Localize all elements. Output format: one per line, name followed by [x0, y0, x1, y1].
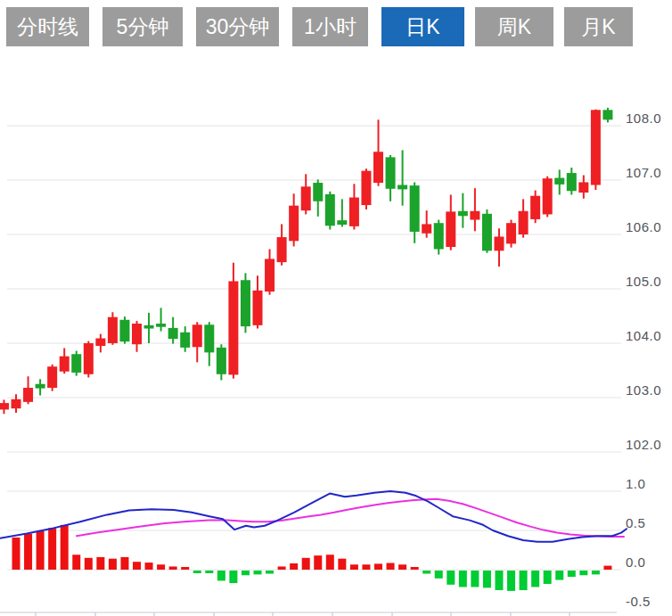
candle-body — [361, 171, 371, 205]
macd-axis-label: 1.0 — [626, 476, 672, 492]
candle-body — [397, 185, 407, 189]
candle-body — [228, 281, 238, 374]
macd-histogram-bar — [133, 562, 141, 570]
candle-body — [337, 220, 347, 225]
macd-histogram-bar — [338, 559, 346, 570]
macd-histogram-bar — [350, 564, 358, 570]
macd-histogram-bar — [217, 571, 225, 580]
candle-body — [289, 206, 299, 242]
candle-body — [446, 211, 455, 247]
candle-body — [470, 211, 479, 220]
candle-body — [95, 339, 105, 347]
candle-body — [482, 214, 492, 251]
candle-body — [602, 110, 612, 119]
macd-histogram-bar — [314, 555, 322, 570]
candle-body — [180, 333, 190, 348]
candle-body — [253, 291, 263, 325]
candle-body — [168, 328, 178, 339]
candle-body — [434, 223, 444, 249]
macd-histogram-bar — [302, 558, 310, 570]
macd-histogram-bar — [145, 563, 153, 570]
candle-body — [543, 178, 553, 214]
candle-body — [47, 366, 57, 388]
candle-body — [132, 324, 142, 344]
price-axis-label: 102.0 — [626, 437, 672, 453]
macd-axis-label: 0.5 — [626, 515, 672, 531]
macd-histogram-bar — [520, 571, 528, 590]
macd-histogram-bar — [422, 571, 430, 574]
macd-histogram-bar — [61, 525, 69, 570]
candle-body — [241, 280, 250, 326]
macd-histogram-bar — [229, 571, 237, 583]
candle-body — [119, 320, 129, 341]
macd-histogram-bar — [48, 528, 56, 570]
candle-body — [373, 152, 383, 183]
macd-histogram-bar — [544, 571, 552, 584]
candle-body — [265, 259, 275, 292]
candle-body — [204, 324, 214, 352]
macd-histogram-bar — [483, 571, 491, 587]
candle-body — [458, 211, 468, 216]
macd-histogram-bar — [471, 571, 479, 587]
macd-histogram-bar — [181, 567, 189, 570]
candle-body — [422, 224, 431, 233]
candle-body — [84, 343, 94, 374]
candle-body — [23, 388, 33, 402]
candle-body — [554, 178, 564, 185]
candle-body — [36, 384, 45, 389]
price-axis-label: 105.0 — [626, 274, 672, 290]
candle-body — [277, 237, 287, 262]
macd-histogram-bar — [531, 571, 539, 587]
candle-body — [410, 185, 420, 232]
candle-body — [567, 173, 577, 191]
candle-body — [156, 324, 166, 327]
macd-histogram-bar — [387, 563, 395, 570]
macd-histogram-bar — [278, 566, 286, 570]
macd-histogram-bar — [37, 531, 45, 570]
macd-histogram-bar — [326, 554, 334, 570]
candle-body — [0, 403, 9, 409]
candle-body — [349, 198, 359, 226]
macd-histogram-bar — [555, 571, 563, 580]
macd-histogram-bar — [362, 564, 370, 570]
macd-histogram-bar — [398, 564, 406, 570]
price-axis-label: 108.0 — [626, 111, 672, 127]
candle-body — [325, 194, 335, 226]
candle-body — [108, 317, 118, 343]
candle-body — [60, 357, 70, 372]
candle-body — [495, 236, 504, 251]
candle-body — [301, 186, 311, 210]
candle-body — [217, 348, 226, 374]
macd-histogram-bar — [435, 571, 443, 579]
macd-histogram-bar — [496, 571, 504, 590]
candle-body — [144, 325, 154, 329]
macd-histogram-bar — [242, 571, 250, 575]
macd-histogram-bar — [120, 557, 128, 570]
kline-app-page: 分时线5分钟30分钟1小时日K周K月K 108.0107.0106.0105.0… — [0, 0, 672, 616]
dea-line — [77, 499, 624, 537]
candle-body — [506, 223, 516, 243]
macd-axis-label: 0.0 — [626, 554, 672, 571]
kline-chart-area[interactable]: 108.0107.0106.0105.0104.0103.0102.01.00.… — [0, 0, 672, 616]
macd-histogram-bar — [205, 571, 213, 573]
macd-histogram-bar — [411, 567, 419, 570]
macd-axis-label: -0.5 — [626, 594, 672, 610]
macd-histogram-bar — [109, 559, 117, 570]
macd-histogram-bar — [157, 564, 165, 570]
candle-body — [313, 183, 323, 201]
macd-histogram-bar — [85, 558, 93, 570]
macd-histogram-bar — [290, 563, 298, 570]
candle-body — [530, 196, 540, 219]
macd-histogram-bar — [507, 571, 515, 591]
macd-histogram-bar — [96, 557, 104, 570]
macd-histogram-bar — [579, 571, 587, 575]
macd-histogram-bar — [568, 571, 576, 577]
macd-histogram-bar — [459, 571, 467, 587]
macd-histogram-bar — [374, 563, 382, 570]
candle-body — [578, 182, 588, 193]
price-axis-label: 104.0 — [626, 328, 672, 344]
candle-body — [193, 324, 202, 347]
macd-histogram-bar — [447, 571, 455, 585]
price-axis-label: 107.0 — [626, 165, 672, 181]
macd-histogram-bar — [193, 571, 201, 573]
